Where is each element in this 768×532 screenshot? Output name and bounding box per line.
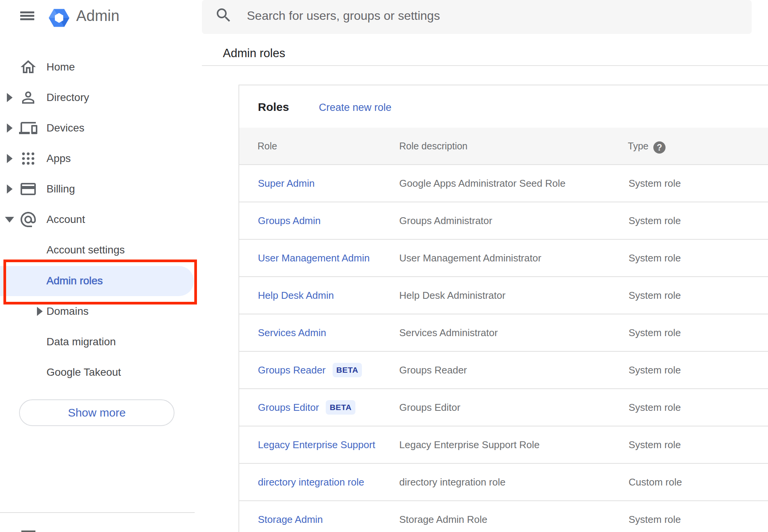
role-type: System role xyxy=(629,426,681,463)
role-type: System role xyxy=(629,314,681,351)
person-icon xyxy=(19,88,37,107)
expand-right-icon[interactable] xyxy=(7,123,13,133)
role-type: System role xyxy=(629,277,681,314)
clipped-sidebar-icon xyxy=(21,530,35,532)
role-description: Groups Reader xyxy=(399,352,467,388)
sidebar-item-apps[interactable]: Apps xyxy=(0,143,202,174)
table-row: Groups Reader BETA Groups Reader System … xyxy=(239,352,768,389)
role-link[interactable]: Help Desk Admin xyxy=(258,290,334,301)
menu-hamburger-icon[interactable] xyxy=(20,11,34,20)
table-row: Super Admin Google Apps Administrator Se… xyxy=(239,165,768,202)
expand-right-icon[interactable] xyxy=(7,154,13,163)
role-link[interactable]: User Management Admin xyxy=(258,252,370,264)
table-row: Help Desk Admin Help Desk Administrator … xyxy=(239,277,768,314)
search-placeholder: Search for users, groups or settings xyxy=(247,0,440,31)
role-description: Google Apps Administrator Seed Role xyxy=(399,165,565,202)
role-link[interactable]: Super Admin xyxy=(258,178,315,189)
breadcrumb: Admin roles xyxy=(223,47,285,59)
role-description: User Management Administrator xyxy=(399,240,541,276)
role-description: Groups Administrator xyxy=(399,202,492,239)
expand-right-icon[interactable] xyxy=(7,184,13,194)
search-input[interactable]: Search for users, groups or settings xyxy=(202,0,752,34)
table-row: Services Admin Services Administrator Sy… xyxy=(239,314,768,352)
role-description: Storage Admin Role xyxy=(399,501,487,532)
sidebar-item-account[interactable]: Account xyxy=(0,204,202,235)
sidebar-item-label: Directory xyxy=(46,82,89,113)
at-sign-icon xyxy=(19,210,37,229)
sidebar-item-label: Account xyxy=(46,204,85,235)
role-link[interactable]: directory integration role xyxy=(258,476,364,488)
role-type: Custom role xyxy=(629,464,682,500)
sidebar-item-devices[interactable]: Devices xyxy=(0,113,202,143)
devices-icon xyxy=(19,119,37,137)
beta-badge: BETA xyxy=(326,400,355,415)
show-more-button[interactable]: Show more xyxy=(19,399,174,426)
role-type: System role xyxy=(629,202,681,239)
table-row: Storage Admin Storage Admin Role System … xyxy=(239,501,768,532)
column-header-description: Role description xyxy=(399,128,467,164)
sidebar-item-label: Billing xyxy=(46,174,75,204)
table-row: Legacy Enterprise Support Legacy Enterpr… xyxy=(239,426,768,464)
admin-console-page: Admin Home Directory Devices Apps Billin… xyxy=(0,0,768,532)
role-description: Services Administrator xyxy=(399,314,498,351)
role-type: System role xyxy=(629,389,681,426)
sidebar-item-label: Apps xyxy=(46,143,71,174)
role-description: Groups Editor xyxy=(399,389,460,426)
role-description: directory integration role xyxy=(399,464,506,500)
table-row: Groups Editor BETA Groups Editor System … xyxy=(239,389,768,426)
expand-down-icon[interactable] xyxy=(5,217,14,223)
credit-card-icon xyxy=(19,180,37,198)
annotation-highlight-box xyxy=(3,260,197,304)
role-link[interactable]: Services Admin xyxy=(258,327,326,339)
column-header-type: Type xyxy=(628,128,648,164)
role-description: Legacy Enterprise Support Role xyxy=(399,426,540,463)
home-icon xyxy=(19,58,37,76)
brand-title: Admin xyxy=(76,8,119,23)
panel-title: Roles xyxy=(258,101,289,113)
sidebar-divider xyxy=(0,512,195,513)
sidebar-item-directory[interactable]: Directory xyxy=(0,82,202,113)
role-link[interactable]: Groups Reader xyxy=(258,364,326,376)
role-type: System role xyxy=(629,501,681,532)
expand-right-icon[interactable] xyxy=(37,307,43,316)
sidebar-item-google-takeout[interactable]: Google Takeout xyxy=(0,357,202,388)
sidebar-item-label: Devices xyxy=(46,113,85,143)
role-link[interactable]: Legacy Enterprise Support xyxy=(258,439,375,451)
beta-badge: BETA xyxy=(333,363,362,377)
sidebar-item-label: Google Takeout xyxy=(46,357,121,388)
table-row: User Management Admin User Management Ad… xyxy=(239,240,768,277)
table-header-row: Role Role description Type ? xyxy=(239,128,768,165)
role-type: System role xyxy=(629,240,681,276)
help-icon[interactable]: ? xyxy=(653,141,666,154)
sidebar-item-label: Data migration xyxy=(46,327,116,357)
role-type: System role xyxy=(629,352,681,388)
breadcrumb-divider xyxy=(202,65,768,66)
sidebar-item-data-migration[interactable]: Data migration xyxy=(0,327,202,357)
search-icon xyxy=(214,6,233,24)
admin-logo-icon xyxy=(49,8,69,28)
sidebar-item-label: Home xyxy=(46,52,75,82)
column-header-role: Role xyxy=(258,128,277,164)
table-row: Groups Admin Groups Administrator System… xyxy=(239,202,768,240)
table-row: directory integration role directory int… xyxy=(239,464,768,501)
role-description: Help Desk Administrator xyxy=(399,277,506,314)
apps-icon xyxy=(19,149,37,168)
role-link[interactable]: Groups Editor xyxy=(258,402,319,413)
sidebar-item-home[interactable]: Home xyxy=(0,52,202,82)
sidebar-item-billing[interactable]: Billing xyxy=(0,174,202,204)
role-type: System role xyxy=(629,165,681,202)
role-link[interactable]: Groups Admin xyxy=(258,215,321,227)
create-new-role-link[interactable]: Create new role xyxy=(319,103,392,113)
role-link[interactable]: Storage Admin xyxy=(258,514,323,526)
expand-right-icon[interactable] xyxy=(7,93,13,102)
